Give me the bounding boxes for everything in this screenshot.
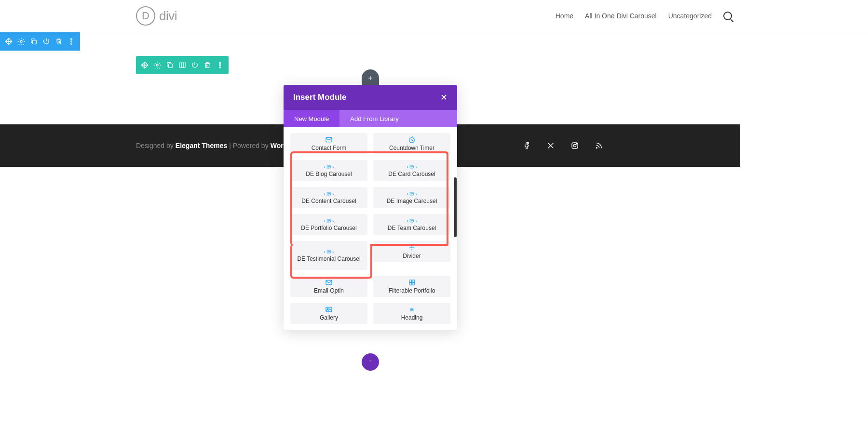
module-heading[interactable]: Heading [373,303,450,324]
more-icon[interactable] [66,36,77,47]
module-de-team-carousel[interactable]: ‹› DE Team Carousel [373,214,450,235]
logo-text: divi [159,9,177,24]
carousel-icon: ‹› [324,249,334,255]
module-de-blog-carousel[interactable]: ‹› DE Blog Carousel [290,160,367,181]
svg-point-28 [328,220,328,220]
svg-point-12 [219,67,221,68]
x-icon[interactable] [545,140,556,151]
svg-point-15 [576,144,577,144]
module-email-optin[interactable]: Email Optin [290,276,367,297]
module-de-testimonial-carousel[interactable]: ‹› DE Testimonial Carousel [290,241,367,270]
divider-icon [408,244,416,252]
duplicate-icon[interactable] [164,59,176,71]
footer-credits: Designed by Elegant Themes | Powered by … [136,142,295,149]
envelope-icon [325,279,333,286]
gear-icon[interactable] [151,59,163,71]
envelope-icon [325,136,333,144]
nav-carousel[interactable]: All In One Divi Carousel [585,12,657,20]
facebook-icon[interactable] [521,140,532,151]
module-de-image-carousel[interactable]: ‹› DE Image Carousel [373,187,450,208]
module-de-portfolio-carousel[interactable]: ‹› DE Portfolio Carousel [290,214,367,235]
columns-icon[interactable] [176,59,188,71]
svg-point-22 [411,166,411,166]
svg-rect-37 [412,282,415,285]
carousel-icon: ‹› [407,218,417,224]
rss-icon[interactable] [594,140,604,151]
module-gallery[interactable]: Gallery [290,303,367,324]
insert-module-modal: Insert Module ✕ New Module Add From Libr… [284,85,457,330]
svg-rect-34 [409,280,412,282]
svg-point-10 [219,62,221,64]
svg-rect-9 [183,63,185,67]
row-toolbar [136,56,229,74]
add-module-button[interactable] [362,69,379,87]
svg-point-0 [20,40,22,42]
svg-point-14 [573,144,576,147]
logo-icon: D [136,6,155,26]
gear-icon[interactable] [15,36,27,47]
close-icon[interactable]: ✕ [440,92,448,103]
tab-add-from-library[interactable]: Add From Library [339,110,457,127]
search-icon[interactable] [723,12,732,20]
svg-point-26 [411,193,411,193]
svg-point-39 [327,308,328,309]
svg-point-32 [328,251,328,251]
carousel-icon: ‹› [324,164,334,170]
instagram-icon[interactable] [570,140,580,151]
builder-fab[interactable] [362,353,379,371]
tab-new-module[interactable]: New Module [284,110,339,127]
more-icon[interactable] [214,59,226,71]
svg-point-30 [411,220,411,220]
svg-point-40 [369,361,370,361]
svg-rect-1 [32,40,36,44]
carousel-icon: ‹› [324,218,334,224]
power-icon[interactable] [189,59,201,71]
lines-icon [408,306,416,313]
module-de-content-carousel[interactable]: ‹› DE Content Carousel [290,187,367,208]
scrollbar[interactable] [454,177,457,237]
svg-point-4 [71,43,72,44]
svg-point-20 [328,166,328,166]
module-de-card-carousel[interactable]: ‹› DE Card Carousel [373,160,450,181]
module-countdown-timer[interactable]: Countdown Timer [373,133,450,154]
nav-home[interactable]: Home [556,12,573,20]
image-icon [325,306,333,313]
nav-uncategorized[interactable]: Uncategorized [668,12,712,20]
trash-icon[interactable] [53,36,65,47]
logo[interactable]: D divi [136,6,177,26]
trash-icon[interactable] [202,59,213,71]
grid-icon [408,279,416,286]
svg-point-16 [596,148,597,148]
move-icon[interactable] [3,36,14,47]
svg-point-2 [71,39,72,40]
duplicate-icon[interactable] [28,36,40,47]
elegant-themes-link[interactable]: Elegant Themes [176,142,227,149]
module-divider[interactable]: Divider [373,241,450,262]
svg-point-41 [370,361,371,361]
module-contact-form[interactable]: Contact Form [290,133,367,154]
svg-point-11 [219,65,221,66]
power-icon[interactable] [41,36,52,47]
carousel-icon: ‹› [324,191,334,197]
move-icon[interactable] [139,59,150,71]
module-filterable-portfolio[interactable]: Filterable Portfolio [373,276,450,297]
svg-rect-35 [412,280,415,282]
svg-point-5 [156,64,158,66]
svg-point-24 [328,193,328,193]
svg-rect-36 [409,282,412,285]
carousel-icon: ‹› [407,164,417,170]
section-toolbar [0,32,80,51]
svg-point-3 [71,41,72,42]
timer-icon [408,136,416,144]
modal-title: Insert Module [293,93,347,102]
svg-point-42 [371,361,371,361]
svg-rect-6 [168,64,172,67]
carousel-icon: ‹› [407,191,417,197]
